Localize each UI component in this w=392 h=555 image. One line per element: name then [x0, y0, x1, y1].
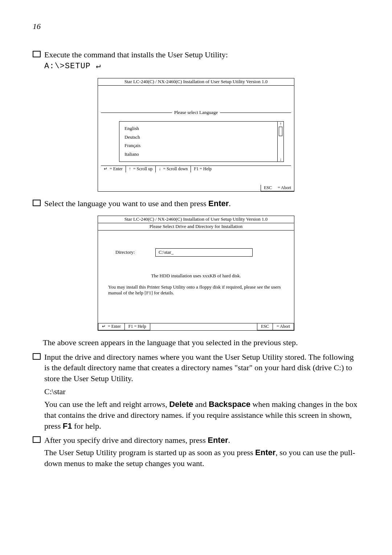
bullet2-post: . [229, 199, 231, 208]
help-scrollup-label: = Scroll up [133, 166, 152, 171]
abort-esc-key: ESC [257, 323, 273, 330]
language-listbox[interactable]: English Deutsch Français Italiano ↑ ↓ [119, 121, 284, 162]
help-f1-label: F1 = Help [125, 323, 150, 330]
backspace-key-label: Backspace [209, 400, 250, 409]
bullet2-pre: Select the language you want to use and … [44, 199, 208, 208]
directory-select-dialog: Star LC-240(C) / NX-2460(C) Installation… [98, 216, 294, 331]
language-option-english[interactable]: English [124, 126, 272, 132]
bullet3-path: C:\star [44, 386, 359, 397]
bullet-icon [33, 437, 41, 443]
dialog1-help-bar: ↵ = Enter ↑ = Scroll up ↓ = Scroll down … [101, 166, 291, 172]
scroll-thumb[interactable] [279, 127, 282, 136]
bullet1-label: Execute the command that installs the Us… [44, 50, 228, 59]
enter-key-icon: ↵ [102, 324, 106, 329]
delete-key-label: Delete [169, 400, 193, 409]
scroll-down-icon[interactable]: ↓ [279, 157, 282, 162]
directory-label: Directory: [115, 249, 155, 256]
abort-label: = Abort [275, 185, 294, 192]
bullet-text-3: Input the drive and directory names wher… [44, 352, 359, 432]
dialog2-note2: You may install this Printer Setup Utili… [108, 284, 284, 297]
bullet4-a: After you specify drive and directory na… [44, 436, 208, 445]
help-f1-label: F1 = Help [191, 166, 291, 172]
language-select-dialog: Star LC-240(C) / NX-2460(C) Installation… [98, 78, 294, 192]
bullet3-mid: and [193, 400, 209, 409]
help-enter-label: = Enter [110, 166, 123, 171]
language-option-deutsch[interactable]: Deutsch [124, 134, 272, 140]
enter-key-label: Enter [255, 448, 275, 457]
bullet3-para2c: for help. [72, 421, 101, 430]
dialog1-select-label: Please select Language [172, 110, 220, 116]
enter-key-label: Enter [208, 436, 228, 445]
scroll-up-icon[interactable]: ↑ [279, 122, 282, 126]
bullet-text-4: After you specify drive and directory na… [44, 435, 359, 469]
bullet4-b: . [228, 436, 230, 445]
up-arrow-icon: ↑ [129, 166, 131, 171]
enter-key-label: Enter [208, 199, 229, 208]
language-option-italiano[interactable]: Italiano [124, 151, 272, 158]
help-enter-label: = Enter [108, 324, 121, 329]
dialog2-bottom-bar: ↵ = Enter F1 = Help ESC = Abort [98, 323, 294, 330]
bullet-icon [33, 200, 41, 206]
help-scrolldown-label: = Scroll down [163, 166, 188, 171]
abort-label: = Abort [273, 323, 294, 330]
dialog1-title: Star LC-240(C) / NX-2460(C) Installation… [98, 78, 294, 86]
bullet3-para2a: You can use the left and reight arrows, [44, 400, 169, 409]
bullet-icon [33, 52, 41, 57]
bullet3-main: Input the drive and directory names wher… [44, 352, 354, 383]
bullet-text-2: Select the language you want to use and … [44, 198, 359, 209]
dialog2-title: Star LC-240(C) / NX-2460(C) Installation… [98, 216, 294, 223]
enter-key-icon: ↵ [104, 166, 107, 171]
language-option-francais[interactable]: Français [124, 143, 272, 149]
down-arrow-icon: ↓ [159, 166, 161, 171]
bullet-text-1: Execute the command that installs the Us… [44, 49, 359, 72]
para-after-dlg2: The above screen appears in the language… [43, 337, 359, 348]
bullet1-command: A:\>SETUP ↵ [44, 62, 101, 71]
dialog2-note1: The HDD installation uses xxxKB of hard … [101, 273, 291, 279]
f1-key-label: F1 [63, 421, 72, 430]
directory-input[interactable]: C:\star_ [155, 248, 253, 257]
language-scrollbar[interactable]: ↑ ↓ [277, 122, 283, 162]
dialog2-subtitle: Please Select Drive and Directory for In… [98, 223, 294, 230]
abort-esc-key: ESC [261, 185, 275, 192]
page-number: 16 [33, 22, 359, 31]
bullet4-para-a: The User Setup Utility program is starte… [44, 448, 255, 457]
dialog1-abort-bar: ESC = Abort [98, 185, 294, 192]
bullet-icon [33, 354, 41, 360]
